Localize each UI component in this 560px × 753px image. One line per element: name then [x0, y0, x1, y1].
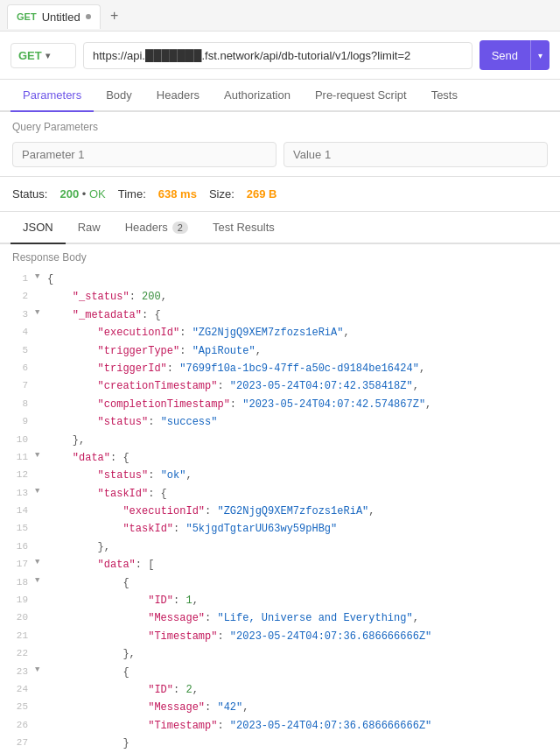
- request-tabs: Parameters Body Headers Authorization Pr…: [0, 80, 560, 112]
- line-number: 11: [7, 449, 35, 466]
- json-line: 26 "Timestamp": "2023-05-24T04:07:36.686…: [0, 717, 560, 735]
- new-tab-button[interactable]: +: [104, 5, 125, 26]
- json-punctuation: : [: [136, 559, 155, 571]
- json-punctuation: :: [179, 345, 192, 357]
- tab-headers[interactable]: Headers: [144, 80, 212, 112]
- toggle-button[interactable]: ▼: [35, 485, 46, 498]
- json-punctuation: :: [167, 362, 179, 375]
- indent: [47, 452, 73, 464]
- method-select[interactable]: GET ▾: [10, 43, 76, 68]
- json-punctuation: :: [148, 416, 160, 428]
- indent: [47, 720, 148, 732]
- json-line: 7 "creationTimestamp": "2023-05-24T04:07…: [0, 377, 560, 395]
- line-number: 13: [7, 485, 35, 502]
- json-punctuation: :: [130, 291, 142, 303]
- json-content: "executionId": "ZG2NjgQ9XEM7zfozs1eRiA",: [47, 503, 374, 520]
- json-content: "Message": "Life, Universe and Everythin…: [47, 609, 419, 627]
- tab-pre-request-script[interactable]: Pre-request Script: [303, 80, 419, 112]
- json-string-value: "2023-05-24T04:07:42.574867Z": [242, 398, 425, 411]
- resp-tab-test-results[interactable]: Test Results: [200, 212, 287, 244]
- json-key: "_metadata": [73, 309, 142, 321]
- toggle-button[interactable]: ▼: [35, 449, 46, 462]
- tab-authorization[interactable]: Authorization: [212, 80, 303, 112]
- indent: [47, 309, 73, 321]
- json-punctuation: ,: [161, 291, 167, 303]
- json-string-value: "2023-05-24T04:07:36.686666666Z": [230, 630, 431, 643]
- json-content: "taskId": "5kjgdTgtarUU63wy59pHBg": [47, 520, 337, 538]
- json-key: "status": [98, 416, 149, 428]
- tab-tests[interactable]: Tests: [419, 80, 470, 112]
- indent: [47, 345, 98, 357]
- indent: [47, 362, 98, 375]
- json-content: {: [47, 574, 130, 592]
- line-number: 6: [7, 360, 35, 376]
- json-string-value: "ApiRoute": [192, 345, 256, 357]
- json-line: 24 "ID": 2,: [0, 681, 560, 699]
- indent: [47, 648, 122, 660]
- method-label: GET: [18, 49, 42, 62]
- indent: [47, 595, 148, 607]
- toggle-button[interactable]: ▼: [35, 306, 46, 320]
- param-key-input[interactable]: [12, 142, 276, 167]
- json-punctuation: ,: [186, 469, 192, 482]
- send-label: Send: [480, 49, 530, 62]
- line-number: 21: [7, 628, 35, 644]
- json-content: "Timestamp": "2023-05-24T04:07:36.686666…: [47, 628, 431, 645]
- json-line: 5 "triggerType": "ApiRoute",: [0, 342, 560, 360]
- indent: [47, 701, 148, 714]
- json-content: {: [47, 271, 53, 288]
- line-number: 8: [7, 396, 35, 412]
- line-number: 17: [7, 556, 35, 573]
- json-key: "Timestamp": [148, 720, 217, 732]
- param-value-input[interactable]: [284, 142, 548, 167]
- json-key: "executionId": [98, 327, 180, 339]
- line-number: 25: [7, 699, 35, 715]
- json-key: "taskId": [122, 523, 173, 535]
- indent: [47, 577, 122, 589]
- indent: [47, 612, 148, 624]
- line-number: 1: [7, 271, 35, 287]
- time-label: Time:: [118, 187, 146, 201]
- json-content: "data": [: [47, 556, 154, 574]
- send-button[interactable]: Send ▾: [480, 40, 550, 70]
- tab-parameters[interactable]: Parameters: [10, 80, 94, 112]
- method-chevron-icon: ▾: [46, 51, 50, 60]
- line-number: 15: [7, 520, 35, 537]
- json-line: 16 },: [0, 538, 560, 556]
- json-line: 6 "triggerId": "7699f10a-1bc9-47ff-a50c-…: [0, 360, 560, 377]
- json-content: "executionId": "ZG2NjgQ9XEM7zfozs1eRiA",: [47, 324, 350, 341]
- json-punctuation: :: [205, 701, 217, 714]
- json-content: "status": "success": [47, 413, 217, 431]
- toggle-button[interactable]: ▼: [35, 271, 46, 284]
- json-line: 14 "executionId": "ZG2NjgQ9XEM7zfozs1eRi…: [0, 503, 560, 520]
- json-content: "creationTimestamp": "2023-05-24T04:07:4…: [47, 377, 419, 395]
- toggle-button[interactable]: ▼: [35, 574, 46, 588]
- toggle-button[interactable]: ▼: [35, 556, 46, 569]
- json-punctuation: {: [122, 666, 129, 679]
- url-input[interactable]: [83, 42, 472, 69]
- json-line: 20 "Message": "Life, Universe and Everyt…: [0, 609, 560, 627]
- indent: [47, 291, 73, 303]
- resp-tab-headers[interactable]: Headers 2: [113, 212, 200, 244]
- send-chevron-icon[interactable]: ▾: [531, 51, 550, 60]
- headers-badge: 2: [172, 222, 188, 234]
- line-number: 4: [7, 324, 35, 341]
- resp-tab-json[interactable]: JSON: [10, 212, 66, 244]
- line-number: 5: [7, 342, 35, 359]
- query-params-section-title: Query Parameters: [0, 112, 560, 138]
- json-number-value: 200: [142, 291, 161, 303]
- toggle-button[interactable]: ▼: [35, 664, 46, 677]
- active-tab[interactable]: GET Untitled: [7, 4, 101, 29]
- json-string-value: "ok": [161, 469, 186, 482]
- json-line: 18▼ {: [0, 574, 560, 592]
- json-content: "status": "ok",: [47, 467, 192, 484]
- tab-body[interactable]: Body: [94, 80, 144, 112]
- resp-tab-raw[interactable]: Raw: [66, 212, 113, 244]
- json-punctuation: ,: [192, 595, 199, 607]
- json-key: "triggerType": [98, 345, 180, 357]
- json-line: 13▼ "taskId": {: [0, 485, 560, 503]
- line-number: 24: [7, 681, 35, 698]
- json-key: "creationTimestamp": [98, 380, 218, 392]
- json-string-value: "2023-05-24T04:07:36.686666666Z": [230, 720, 431, 732]
- indent: [47, 380, 98, 392]
